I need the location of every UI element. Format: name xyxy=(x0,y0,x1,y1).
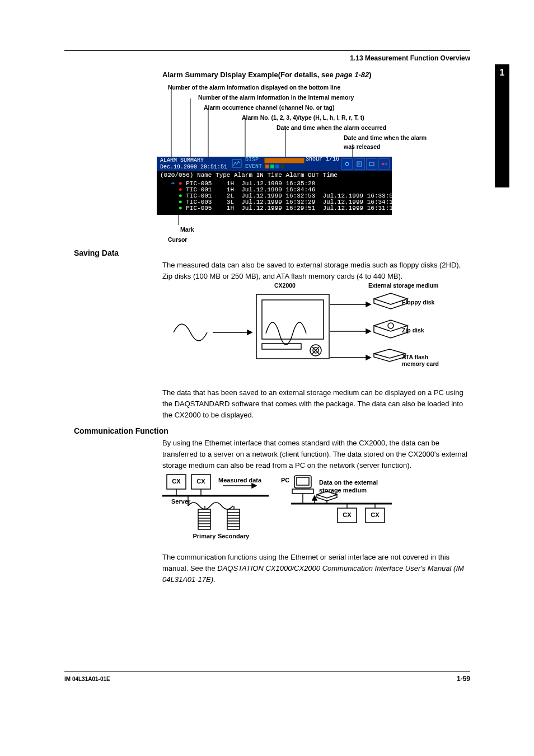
counter: (020/056) xyxy=(160,172,193,179)
p4-text-c: . xyxy=(213,575,216,584)
footer-page-num: 1-59 xyxy=(457,675,470,683)
cx-label-3: CX xyxy=(343,511,352,518)
disp-progress-bar xyxy=(264,158,305,163)
para-saving-1: The measured data can also be saved to e… xyxy=(162,260,467,282)
comm-diagram: CX CX Measured data Server Primary xyxy=(162,475,467,542)
mini-sq xyxy=(265,165,269,168)
footer-manual-id: IM 04L31A01-01E xyxy=(64,676,110,682)
callout-3: Alarm occurrence channel (channel No. or… xyxy=(204,103,448,112)
svg-rect-51 xyxy=(297,477,309,485)
primary-label: Primary xyxy=(193,533,217,539)
svg-marker-57 xyxy=(312,496,317,500)
callout-4: Alarm No. (1, 2, 3, 4)/type (H, L, h, l,… xyxy=(242,113,448,122)
device-screen: ALARM SUMMARY Dec.19.2000 20:51:51 DISP … xyxy=(157,157,392,215)
col-in: Alarm IN Time xyxy=(234,172,282,179)
mini-sq xyxy=(270,165,274,168)
storage-diagram-svg xyxy=(162,282,467,383)
svg-point-25 xyxy=(388,323,394,328)
top-rule xyxy=(64,50,470,51)
comm-diagram-svg: CX CX Measured data Server Primary xyxy=(162,475,467,547)
alarm-title-suffix: ) xyxy=(369,71,371,79)
alarm-icon xyxy=(378,158,390,170)
chapter-vertical-label: Explanation of Functions xyxy=(500,86,507,159)
media-icon xyxy=(366,158,377,170)
title-line2: Dec.19.2000 20:51:51 xyxy=(160,164,227,171)
storage-diagram: CX2000 External storage medium Floppy di… xyxy=(162,282,467,383)
section-header: 1.13 Measurement Function Overview xyxy=(350,54,470,62)
chapter-number: 1 xyxy=(495,64,509,78)
svg-marker-11 xyxy=(247,330,252,335)
data-ext-label-1: Data on the external xyxy=(319,479,378,486)
disp-event-label: DISP EVENT xyxy=(245,157,262,170)
mode-icon xyxy=(232,159,243,169)
bottom-rule xyxy=(64,672,470,672)
cx-label-1: CX xyxy=(172,478,181,485)
alarm-row: ● PIC-005 1H Jul.12.1999 16:29:51 Jul.12… xyxy=(160,205,388,212)
mini-squares xyxy=(265,165,284,168)
svg-point-7 xyxy=(373,162,374,163)
calc-icon xyxy=(354,158,365,170)
alarm-callout-labels: Number of the alarm information displaye… xyxy=(168,83,448,152)
heading-communication: Communication Function xyxy=(74,426,168,435)
svg-rect-2 xyxy=(346,162,348,163)
col-type: Type xyxy=(216,172,230,179)
mini-sq xyxy=(275,165,279,168)
measured-data-label: Measured data xyxy=(218,477,262,483)
secondary-label: Secondary xyxy=(218,533,250,539)
svg-marker-32 xyxy=(252,483,256,488)
callout-6: Date and time when the alarm was release… xyxy=(344,133,428,151)
svg-rect-0 xyxy=(232,159,241,167)
alarm-title-pageref: page 1-82 xyxy=(335,71,369,79)
titlebar-icons xyxy=(341,158,390,170)
svg-rect-14 xyxy=(262,344,301,349)
event-label: EVENT xyxy=(245,163,262,170)
title-text: ALARM SUMMARY Dec.19.2000 20:51:51 xyxy=(157,157,227,171)
para-comm-2: The communication functions using the Et… xyxy=(162,552,467,585)
col-out: Alarm OUT Time xyxy=(286,172,338,179)
callout-5: Date and time when the alarm occurred xyxy=(277,123,448,132)
callout-1: Number of the alarm information displaye… xyxy=(168,83,448,92)
alarm-title-prefix: Alarm Summary Display Example(For detail… xyxy=(162,71,335,79)
mini-sq xyxy=(280,165,284,168)
svg-marker-22 xyxy=(366,329,371,334)
data-ext-label-2: storage medium xyxy=(319,487,367,494)
svg-marker-24 xyxy=(366,355,371,360)
timespan-label: 3hour 1/16 xyxy=(306,157,339,162)
svg-marker-20 xyxy=(366,302,371,307)
svg-rect-52 xyxy=(292,489,313,494)
cx-label-4: CX xyxy=(371,511,380,518)
title-line1: ALARM SUMMARY xyxy=(160,157,227,164)
pc-label: PC xyxy=(281,477,289,483)
device-titlebar: ALARM SUMMARY Dec.19.2000 20:51:51 DISP … xyxy=(157,157,392,171)
svg-point-8 xyxy=(382,163,384,165)
mark-label: Mark xyxy=(180,226,194,233)
col-name: Name xyxy=(197,172,212,179)
heading-saving-data: Saving Data xyxy=(74,248,119,257)
para-saving-2: The data that has been saved to an exter… xyxy=(162,387,467,421)
device-rows: ➡ ● PIC-005 1H Jul.12.1999 16:35:28 ● TI… xyxy=(157,180,392,215)
device-column-header: (020/056) Name Type Alarm IN Time Alarm … xyxy=(157,171,392,180)
cx-label-2: CX xyxy=(196,478,205,485)
callout-2: Number of the alarm information in the i… xyxy=(198,93,448,102)
keylock-icon xyxy=(341,158,353,170)
cursor-label: Cursor xyxy=(168,236,187,243)
disp-label: DISP xyxy=(245,157,262,163)
alarm-summary-title: Alarm Summary Display Example(For detail… xyxy=(162,71,372,79)
para-comm-1: By using the Ethernet interface that com… xyxy=(162,438,467,471)
